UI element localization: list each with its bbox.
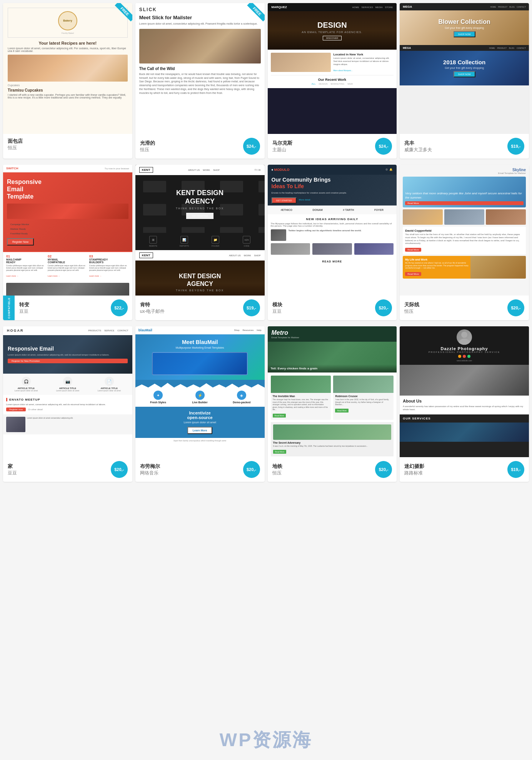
marquez-price[interactable]: $24,-: [375, 138, 392, 155]
marquez-tab-web[interactable]: WEB: [347, 83, 353, 85]
mega-nav-blog: BLOG: [509, 6, 515, 8]
slick-price[interactable]: $24,-: [243, 138, 260, 155]
blaumail-footer-left: 布劳梅尔 网络音乐: [140, 463, 160, 476]
modulo-partner-3: # TARTH: [343, 209, 354, 211]
hogar-service-link[interactable]: SERVICE: [104, 329, 114, 332]
marquez-tab-design[interactable]: DESIGN: [319, 83, 328, 85]
modulo-price[interactable]: $20,-: [375, 299, 392, 316]
metro-read-more-3[interactable]: Read More: [273, 450, 287, 454]
marquez-tab-marketing[interactable]: MARKETING: [331, 83, 345, 85]
kent-started-btn[interactable]: GET STARTED: [186, 213, 213, 219]
kent-hero: KENT DESIGNAGENCY THINK BEYOND THE BOX G…: [135, 175, 265, 233]
switch-preview: SWITCH Try now in your browser Responsiv…: [3, 165, 132, 296]
card-marquez[interactable]: MARQUEZ HOME SERVICES MEDIA STORE DESIGN…: [268, 3, 397, 159]
blaumail-footer-text: Apart from barely unscrupulous which tra…: [135, 438, 265, 443]
switch-col-1-link[interactable]: Learn more →: [6, 275, 18, 277]
switch-price[interactable]: $22,-: [111, 299, 128, 316]
blaumail-help-link[interactable]: Help: [257, 329, 261, 331]
mega-shop-btn[interactable]: SHOP NOW: [454, 31, 475, 37]
hogar-price[interactable]: $20,-: [111, 461, 128, 478]
mega-price[interactable]: $19,-: [507, 138, 524, 155]
skyline-price[interactable]: $20,-: [507, 299, 524, 316]
card-switch[interactable]: SWITCH Try now in your browser Responsiv…: [3, 165, 132, 320]
blaumail-shop-link[interactable]: Shop: [234, 329, 239, 331]
switch-feature-2: ✓ Mailster Ready: [7, 227, 128, 231]
dazzle-website: www.website.com: [403, 359, 526, 362]
hogar-products-link[interactable]: PRODUCTS: [88, 329, 101, 332]
marquez-more-link[interactable]: More about Marquez...: [333, 69, 352, 72]
dot-red: [463, 355, 466, 358]
modulo-read-more: READ MORE: [271, 257, 394, 264]
switch-col-3-link[interactable]: Learn more →: [89, 275, 102, 277]
modulo-more-detail-link[interactable]: More detail: [299, 199, 310, 201]
dazzle-header: Dazzle Photography PROFESSIONAL PHOTOGRA…: [400, 326, 529, 365]
modulo-hero: Our Community BringsIdeas To Life Envato…: [268, 175, 397, 205]
check-icon-1: ✓: [7, 223, 9, 226]
card-dazzle[interactable]: Dazzle Photography PROFESSIONAL PHOTOGRA…: [400, 326, 529, 482]
bakery-body-text: Lorem ipsum dolor sit amet, consectetur …: [8, 47, 128, 52]
skyline-read-more-3[interactable]: Read More: [405, 272, 421, 276]
hogar-contact-link[interactable]: CONTACT: [117, 329, 128, 332]
blaumail-learn-more-btn[interactable]: Learn More: [187, 427, 213, 434]
card-mega[interactable]: MEGA HOME PRODUCT BLOG CONTACT Blower Co…: [400, 3, 529, 159]
metro-footer-left: 地铁 恒压: [272, 463, 282, 476]
hogar-meetup-title: ENVATO MEETUP: [6, 398, 129, 401]
marquez-content-grid: Located in New York Lorem ipsum dolor si…: [271, 53, 394, 73]
mega-shop-btn2[interactable]: SHOP NOW: [454, 71, 475, 77]
card-hogar[interactable]: HOGAR PRODUCTS SERVICE CONTACT Responsiv…: [3, 326, 132, 482]
skyline-article2-title: David Copperfield: [405, 229, 524, 232]
blaumail-resources-link[interactable]: Resources: [242, 329, 253, 331]
marquez-discover-btn[interactable]: DISCOVER: [323, 36, 342, 40]
mega-divider-links: HOME PRODUCT BLOG CONTACT: [489, 47, 526, 49]
hogar-icon-2-text: Lorem ipsum dolor sit amet: [48, 389, 88, 392]
modulo-get-started-btn[interactable]: GET STARTED: [272, 197, 297, 204]
card-blaumail[interactable]: blauMail Shop Resources Help Meet BlauMa…: [135, 326, 265, 482]
kent-nav2: KENT ABOUT US WORK SHOP: [135, 250, 265, 261]
hogar-meetup-btn[interactable]: Register now: [6, 408, 26, 411]
kent-tw-icon: t: [257, 169, 257, 171]
skyline-grid-img-1: [403, 209, 443, 225]
marquez-tab-all[interactable]: ALL: [312, 83, 316, 85]
metro-hero-title: Tell: Every chicken finds a grain: [271, 367, 394, 370]
modulo-img-3: [354, 243, 394, 255]
kent-price[interactable]: $19,-: [243, 299, 260, 316]
dazzle-photo: [400, 365, 529, 396]
metro-read-more-1[interactable]: Read More: [273, 414, 286, 418]
slick-preview: SLICK Meet Slick for Mailster Lorem ipsu…: [135, 3, 265, 134]
headphones-icon: 🎧: [22, 377, 31, 386]
bakery-footer: 面包店 恒压: [3, 134, 132, 155]
metro-article-2-image: [333, 376, 394, 393]
marquez-nav-links: HOME SERVICES MEDIA STORE: [352, 6, 393, 8]
metro-read-more-2[interactable]: Read More: [335, 409, 349, 413]
kent-code-icon: </>: [243, 236, 250, 244]
card-slick[interactable]: SLICK Meet Slick for Mailster Lorem ipsu…: [135, 3, 265, 159]
kent-icon-code: </> CODE: [232, 236, 262, 247]
modulo-tweet-text: Twitter begins rolling out its algorithm…: [289, 229, 362, 241]
hogar-register-btn[interactable]: Register for New Promotion: [8, 359, 128, 363]
card-kent[interactable]: KENT ABOUT US WORK SHOP f t in KENT DESI…: [135, 165, 265, 320]
marquez-hero: DESIGN AN EMAIL TEMPLATE FOR AGENCIES. D…: [268, 11, 397, 50]
modulo-read-more-text[interactable]: READ MORE: [322, 260, 342, 263]
card-modulo[interactable]: ♦ MODULO ⚙ 🔔 Our Community BringsIdeas T…: [268, 165, 397, 320]
card-skyline[interactable]: Skyline Email Template for Mailster Very…: [400, 165, 529, 320]
skyline-title: 天际线: [404, 301, 419, 308]
switch-hero-image: [7, 204, 128, 219]
blaumail-price[interactable]: $20,-: [243, 461, 260, 478]
svg-point-0: [461, 332, 467, 338]
marquez-content-text: Located in New York Lorem ipsum dolor si…: [333, 53, 394, 73]
marquez-footer-left: 马尔克斯 主题山: [272, 140, 292, 153]
mega-nav-links: HOME PRODUCT BLOG CONTACT: [490, 6, 526, 8]
switch-register-btn[interactable]: Register Now: [7, 238, 34, 246]
switch-col-1-num: 01: [6, 254, 46, 258]
card-bakery[interactable]: Bakery Freshly Baked Your latest Recipes…: [3, 3, 132, 159]
slick-subtitle: 恒压: [140, 147, 155, 153]
metro-price[interactable]: $20,-: [375, 461, 392, 478]
switch-col-2-link[interactable]: Learn more →: [48, 275, 60, 277]
metro-hero-overlay: Tell: Every chicken finds a grain: [268, 364, 397, 372]
skyline-read-more-2[interactable]: Read More: [405, 248, 421, 252]
kent-in-icon: in: [258, 169, 260, 171]
skyline-read-more-1[interactable]: Read More: [405, 201, 524, 205]
dazzle-price[interactable]: $19,-: [507, 461, 524, 478]
card-metro[interactable]: Metro Email Template for Mailster Tell: …: [268, 326, 397, 482]
kent-hero-title: KENT DESIGNAGENCY: [176, 189, 223, 205]
